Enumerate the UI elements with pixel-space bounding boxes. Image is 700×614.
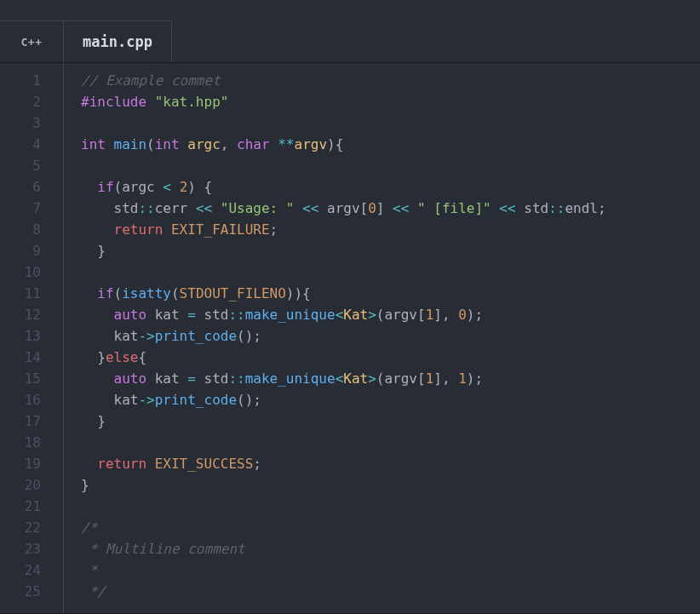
code-line[interactable]: } bbox=[81, 240, 700, 261]
code-line[interactable]: */ bbox=[81, 581, 700, 602]
token-func: print_code bbox=[155, 328, 237, 344]
code-line[interactable]: } bbox=[81, 410, 700, 432]
token-default: ] bbox=[376, 200, 393, 216]
token-string: "Usage: " bbox=[221, 200, 295, 216]
line-number: 10 bbox=[0, 261, 63, 283]
language-badge-text: C++ bbox=[21, 36, 43, 49]
line-number: 25 bbox=[0, 581, 63, 602]
code-line[interactable]: } bbox=[81, 474, 700, 496]
token-default bbox=[491, 200, 500, 216]
code-line[interactable]: std::cerr << "Usage: " << argv[0] << " [… bbox=[81, 198, 700, 219]
token-default bbox=[81, 285, 97, 301]
token-default bbox=[294, 200, 302, 216]
token-punct: (); bbox=[237, 392, 261, 408]
token-number: 1 bbox=[426, 370, 434, 387]
token-func: make_unique bbox=[245, 370, 336, 387]
token-comment: /* bbox=[81, 519, 97, 536]
tab-bar: C++ main.cpp bbox=[0, 20, 700, 63]
code-line[interactable] bbox=[81, 155, 700, 176]
token-default: std bbox=[516, 200, 549, 216]
token-punct: , bbox=[221, 136, 237, 152]
token-number: 1 bbox=[426, 307, 434, 323]
code-line[interactable]: * Multiline comment bbox=[81, 538, 700, 559]
token-punct: ); bbox=[467, 370, 483, 387]
token-string: "kat.hpp" bbox=[155, 94, 229, 110]
token-operator: < bbox=[336, 370, 344, 387]
token-operator: << bbox=[393, 200, 409, 216]
token-default bbox=[171, 179, 180, 195]
token-operator: < bbox=[163, 179, 171, 195]
token-operator: > bbox=[368, 307, 376, 323]
token-type: char bbox=[237, 136, 270, 152]
token-constant: EXIT_SUCCESS bbox=[155, 456, 254, 472]
token-constant: EXIT_FAILURE bbox=[171, 221, 270, 238]
code-line[interactable]: kat->print_code(); bbox=[81, 325, 700, 347]
token-type: int bbox=[81, 136, 106, 152]
code-line[interactable]: int main(int argc, char **argv){ bbox=[81, 134, 700, 155]
code-line[interactable]: }else{ bbox=[81, 347, 700, 368]
token-punct: (argv[ bbox=[376, 370, 426, 387]
code-line[interactable]: #include "kat.hpp" bbox=[81, 91, 700, 112]
token-var: argc bbox=[122, 179, 155, 195]
code-line[interactable]: auto kat = std::make_unique<Kat>(argv[1]… bbox=[81, 304, 700, 325]
token-punct: ( bbox=[114, 179, 123, 195]
token-type: auto bbox=[114, 370, 147, 387]
code-line[interactable]: /* bbox=[81, 517, 700, 538]
line-number: 3 bbox=[0, 112, 63, 134]
token-punct: ( bbox=[146, 136, 155, 152]
code-line[interactable] bbox=[81, 261, 700, 283]
token-default bbox=[155, 179, 164, 195]
token-operator: << bbox=[499, 200, 515, 216]
token-default bbox=[81, 370, 114, 387]
token-default bbox=[270, 136, 278, 152]
code-line[interactable]: * bbox=[81, 559, 700, 581]
token-punct: } bbox=[97, 243, 106, 259]
token-comment: */ bbox=[81, 583, 106, 600]
token-default bbox=[81, 456, 97, 472]
token-class: Kat bbox=[343, 370, 368, 387]
token-operator: -> bbox=[138, 392, 154, 408]
token-type: auto bbox=[114, 307, 147, 323]
code-line[interactable]: auto kat = std::make_unique<Kat>(argv[1]… bbox=[81, 368, 700, 389]
token-operator: :: bbox=[138, 200, 154, 216]
token-operator: << bbox=[302, 200, 318, 216]
token-punct: ) { bbox=[187, 179, 212, 195]
line-number: 16 bbox=[0, 389, 63, 410]
line-number: 14 bbox=[0, 347, 63, 368]
token-keyword2: return bbox=[97, 456, 146, 472]
token-comment: * bbox=[81, 562, 97, 578]
token-func: isatty bbox=[122, 285, 171, 301]
token-operator: < bbox=[336, 307, 344, 323]
file-tab-label: main.cpp bbox=[83, 33, 152, 50]
token-operator: ** bbox=[278, 136, 294, 152]
token-punct: ( bbox=[114, 285, 123, 301]
token-operator: > bbox=[368, 370, 376, 387]
code-area: 1234567891011121314151617181920212223242… bbox=[0, 63, 700, 613]
code-content[interactable]: // Example commet#include "kat.hpp"int m… bbox=[64, 63, 700, 613]
token-func: print_code bbox=[155, 392, 237, 408]
token-punct: (argv[ bbox=[376, 307, 426, 323]
line-number: 18 bbox=[0, 432, 63, 453]
token-punct: ], bbox=[433, 370, 458, 387]
code-line[interactable] bbox=[81, 432, 700, 453]
code-line[interactable]: return EXIT_FAILURE; bbox=[81, 219, 700, 240]
code-line[interactable] bbox=[81, 496, 700, 517]
line-number: 9 bbox=[0, 240, 63, 261]
token-default bbox=[81, 243, 97, 259]
code-line[interactable]: if(argc < 2) { bbox=[81, 176, 700, 198]
line-number: 21 bbox=[0, 496, 63, 517]
token-keyword: if bbox=[97, 285, 113, 301]
file-tab[interactable]: main.cpp bbox=[64, 20, 172, 62]
code-line[interactable]: return EXIT_SUCCESS; bbox=[81, 453, 700, 474]
token-punct: ; bbox=[598, 200, 606, 216]
token-operator: << bbox=[196, 200, 212, 216]
line-number: 12 bbox=[0, 304, 63, 325]
code-line[interactable]: if(isatty(STDOUT_FILENO)){ bbox=[81, 283, 700, 304]
token-default: kat bbox=[146, 370, 187, 387]
token-default bbox=[146, 456, 155, 472]
code-line[interactable] bbox=[81, 112, 700, 134]
code-line[interactable]: // Example commet bbox=[81, 70, 700, 91]
token-default: argv[ bbox=[318, 200, 368, 216]
code-line[interactable]: kat->print_code(); bbox=[81, 389, 700, 410]
token-class: Kat bbox=[343, 307, 368, 323]
